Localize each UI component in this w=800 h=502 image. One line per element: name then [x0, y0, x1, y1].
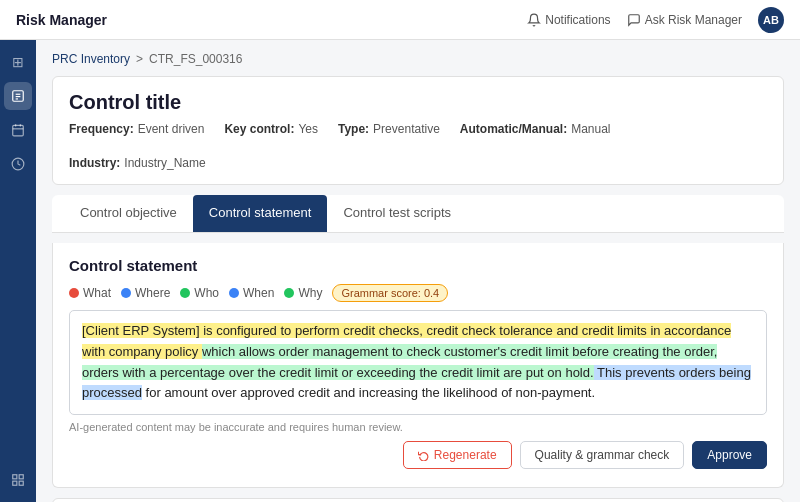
statement-section-title: Control statement [69, 257, 767, 274]
app-logo: Risk Manager [16, 12, 107, 28]
quality-grammar-button[interactable]: Quality & grammar check [520, 441, 685, 469]
sidebar-clock-icon[interactable] [4, 150, 32, 178]
meta-key-control: Key control: Yes [224, 122, 318, 136]
tab-control-objective[interactable]: Control objective [64, 195, 193, 232]
why-dot [284, 288, 294, 298]
notifications-button[interactable]: Notifications [527, 13, 610, 27]
meta-type: Type: Preventative [338, 122, 440, 136]
approve-button[interactable]: Approve [692, 441, 767, 469]
statement-text-box[interactable]: [Client ERP System] is configured to per… [69, 310, 767, 415]
pill-where: Where [121, 286, 170, 300]
relationship-mapping-section: Relationship mapping All (15) Processes … [52, 498, 784, 502]
control-statement-card: Control statement What Where Who When [52, 243, 784, 488]
control-title-card: Control title Frequency: Event driven Ke… [52, 76, 784, 185]
main-layout: ⊞ PRC Inventory > CTR_FS_000316 Control … [0, 40, 800, 502]
breadcrumb-current: CTR_FS_000316 [149, 52, 242, 66]
where-dot [121, 288, 131, 298]
what-dot [69, 288, 79, 298]
svg-rect-10 [19, 475, 23, 479]
control-meta-row: Frequency: Event driven Key control: Yes… [69, 122, 767, 170]
pill-why: Why [284, 286, 322, 300]
breadcrumb-separator: > [136, 52, 143, 66]
sidebar-dashboard-icon[interactable] [4, 466, 32, 494]
tab-control-statement[interactable]: Control statement [193, 195, 328, 233]
grammar-score-badge: Grammar score: 0.4 [332, 284, 448, 302]
statement-segment-plain: for amount over approved credit and incr… [142, 385, 595, 400]
ask-risk-manager-button[interactable]: Ask Risk Manager [627, 13, 742, 27]
breadcrumb: PRC Inventory > CTR_FS_000316 [52, 52, 784, 66]
svg-rect-9 [13, 475, 17, 479]
topbar-right: Notifications Ask Risk Manager AB [527, 7, 784, 33]
tab-control-test-scripts[interactable]: Control test scripts [327, 195, 467, 232]
pill-when: When [229, 286, 274, 300]
topbar: Risk Manager Notifications Ask Risk Mana… [0, 0, 800, 40]
control-title: Control title [69, 91, 767, 114]
pill-who: Who [180, 286, 219, 300]
ai-note: AI-generated content may be inaccurate a… [69, 421, 767, 433]
breadcrumb-parent[interactable]: PRC Inventory [52, 52, 130, 66]
sidebar-document-icon[interactable] [4, 82, 32, 110]
svg-rect-11 [19, 481, 23, 485]
main-content: PRC Inventory > CTR_FS_000316 Control ti… [36, 40, 800, 502]
sidebar-calendar-icon[interactable] [4, 116, 32, 144]
svg-rect-12 [13, 481, 17, 485]
who-dot [180, 288, 190, 298]
when-dot [229, 288, 239, 298]
regenerate-button[interactable]: Regenerate [403, 441, 512, 469]
statement-action-row: Regenerate Quality & grammar check Appro… [69, 441, 767, 469]
sentiment-pills-row: What Where Who When Why Gra [69, 284, 767, 302]
meta-industry: Industry: Industry_Name [69, 156, 206, 170]
sidebar: ⊞ [0, 40, 36, 502]
user-avatar[interactable]: AB [758, 7, 784, 33]
sidebar-grid-icon[interactable]: ⊞ [4, 48, 32, 76]
tabs-bar: Control objective Control statement Cont… [52, 195, 784, 233]
svg-rect-4 [13, 125, 24, 135]
pill-what: What [69, 286, 111, 300]
meta-frequency: Frequency: Event driven [69, 122, 204, 136]
meta-automatic-manual: Automatic/Manual: Manual [460, 122, 611, 136]
